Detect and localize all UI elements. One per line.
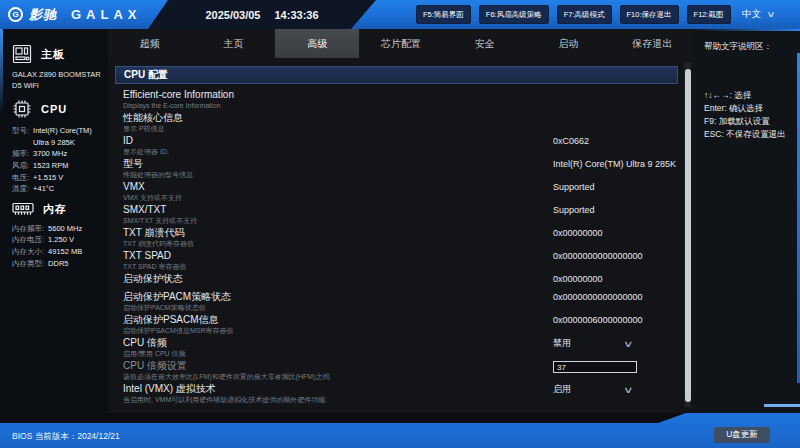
setting-description: SMX/TXT 支持或不支持 (123, 216, 678, 225)
tab-home[interactable]: 主页 (192, 29, 276, 58)
setting-value-area: Supported (553, 182, 685, 193)
brand-name-cn: 影驰 (29, 6, 57, 24)
help-panel: 帮助文字说明区： ↑↓←→: 选择Enter: 确认选择F9: 加载默认设置ES… (694, 29, 800, 413)
setting-value-area: 禁用 (553, 338, 685, 349)
bios-screen: G 影驰 GALAX 2025/03/05 14:33:36 F5:简易界面F6… (0, 0, 800, 448)
hardware-info-row: 电压:+1.515 V (12, 172, 102, 184)
dropdown-chevron-icon[interactable]: ∨ (623, 339, 634, 349)
dropdown-chevron-icon[interactable]: ∨ (623, 385, 634, 395)
setting-description: 显示处理器 ID. (123, 147, 678, 156)
setting-description: 显示 P核信息 (123, 124, 678, 133)
hardware-info-row: 内存频率:5600 MHz (12, 223, 102, 235)
info-key: 风扇: (12, 160, 29, 172)
fkey-button-f12[interactable]: F12:截图 (687, 5, 731, 24)
setting-description: Displays the E-core Information (123, 101, 678, 110)
setting-row[interactable]: 启动保护PSACM信息启动保护PSACM信息MSR寄存器值0x000000600… (115, 314, 678, 337)
setting-value[interactable]: 启用 (553, 384, 685, 395)
scrollbar-thumb[interactable] (685, 69, 691, 402)
function-key-bar: F5:简易界面F6:风扇高级策略F7:高级模式F10:保存退出F12:截图 (416, 5, 731, 24)
info-value: 1.250 V (48, 234, 74, 246)
fkey-button-f5[interactable]: F5:简易界面 (416, 5, 471, 24)
cpu-icon (12, 99, 32, 119)
setting-description: 启动保护PACM策略状态值 (123, 303, 678, 312)
setting-row[interactable]: 启动保护PACM策略状态启动保护PACM策略状态值0x0000000000000… (115, 291, 678, 314)
usb-update-button[interactable]: U盘更新 (714, 427, 770, 443)
setting-value-area: 0xC0662 (553, 136, 685, 147)
help-hint-line: ESC: 不保存设置退出 (704, 128, 794, 141)
setting-row[interactable]: CPU 倍频启用/禁用 CPU 倍频禁用∨ (115, 337, 678, 360)
setting-row[interactable]: CPU 倍频设置该值必须在最大效率比(LFM)和硬件设置的最大非睿频比(HFM)… (115, 360, 678, 383)
info-value: +1.515 V (33, 172, 63, 184)
help-title: 帮助文字说明区： (704, 41, 794, 53)
info-key: 内存频率: (12, 223, 44, 235)
setting-row[interactable]: Intel (VMX) 虚拟技术当启用时, VMM可以利用硬件辅助虚拟化技术提供… (115, 383, 678, 406)
setting-row[interactable]: ID显示处理器 ID.0xC0662 (115, 135, 678, 158)
cpu-info-list: 型号:Intel(R) Core(TM) Ultra 9 285K频率:3700… (12, 125, 102, 195)
setting-value: 0x00000000 (553, 274, 685, 285)
setting-value: 0x0000000000000000 (553, 292, 685, 303)
setting-title: 性能核心信息 (123, 112, 678, 124)
setting-row[interactable]: 性能核心信息显示 P核信息 (115, 112, 678, 135)
bios-version-value: 2024/12/21 (77, 431, 120, 441)
info-value: 3700 MHz (33, 148, 67, 160)
setting-value: Intel(R) Core(TM) Ultra 9 285K (553, 159, 685, 170)
corner-accent (764, 404, 800, 407)
setting-row[interactable]: 启动保护状态0x00000000 (115, 273, 678, 291)
fkey-button-f6[interactable]: F6:风扇高级策略 (479, 5, 549, 24)
setting-row[interactable]: TXT SPADTXT SPAD 寄存器值0x0000000000000000 (115, 250, 678, 273)
multiplier-input[interactable] (553, 361, 637, 373)
tab-security[interactable]: 安全 (443, 29, 527, 58)
topbar: G 影驰 GALAX 2025/03/05 14:33:36 F5:简易界面F6… (0, 0, 800, 29)
tab-advanced[interactable]: 高级 (275, 29, 359, 58)
setting-description: TXT 崩溃代码寄存器值 (123, 239, 678, 248)
hardware-info-row: 内存大小:49152 MB (12, 246, 102, 258)
setting-row[interactable]: SMX/TXTSMX/TXT 支持或不支持Supported (115, 204, 678, 227)
info-value: Intel(R) Core(TM) Ultra 9 285K (33, 125, 102, 148)
setting-row[interactable]: VMXVMX 支持或不支持Supported (115, 181, 678, 204)
fkey-button-f7[interactable]: F7:高级模式 (557, 5, 612, 24)
setting-row[interactable]: 型号性能处理器的型号信息Intel(R) Core(TM) Ultra 9 28… (115, 158, 678, 181)
galax-logo-icon: G (8, 7, 23, 22)
setting-description: 当启用时, VMM可以利用硬件辅助虚拟化技术提供的额外硬件功能. (123, 395, 678, 404)
setting-value-area: 启用 (553, 384, 685, 395)
brand-name-en: GALAX (71, 7, 142, 22)
setting-description: 启动保护PSACM信息MSR寄存器值 (123, 326, 678, 335)
help-hint-line: F9: 加载默认设置 (704, 115, 794, 128)
board-section-title: 主板 (41, 47, 65, 62)
language-selector[interactable]: 中文 ∨ (742, 0, 774, 29)
setting-value-area: Supported (553, 205, 685, 216)
hardware-sidebar: 主板 GALAX Z890 BOOMSTAR D5 WiFi CPU 型号:In… (0, 29, 108, 413)
setting-value-area: 0x00000000 (553, 274, 685, 285)
cpu-section-title: CPU (41, 103, 67, 115)
info-key: 温度: (12, 183, 29, 195)
info-value: 1523 RPM (33, 160, 68, 172)
ram-icon (12, 202, 34, 217)
tab-boot[interactable]: 启动 (527, 29, 611, 58)
fkey-button-f10[interactable]: F10:保存退出 (620, 5, 679, 24)
chevron-down-icon: ∨ (766, 10, 775, 19)
setting-value[interactable]: 禁用 (553, 338, 685, 349)
setting-value: 0x0000006000000000 (553, 315, 685, 326)
setting-value-area: 0x0000000000000000 (553, 292, 685, 303)
tab-overclock[interactable]: 超频 (108, 29, 192, 58)
memory-section-header: 内存 (12, 202, 102, 217)
bottom-bar: BIOS 当前版本：2024/12/21 U盘更新 (0, 413, 800, 448)
help-hint-line: Enter: 确认选择 (704, 102, 794, 115)
setting-row[interactable]: TXT 崩溃代码TXT 崩溃代码寄存器值0x00000000 (115, 227, 678, 250)
language-label: 中文 (742, 8, 761, 21)
info-key: 频率: (12, 148, 29, 160)
tab-save-exit[interactable]: 保存退出 (610, 29, 694, 58)
setting-row[interactable]: Efficient-core InformationDisplays the E… (115, 89, 678, 112)
time-label: 14:33:36 (275, 9, 319, 21)
scrollbar[interactable] (684, 62, 691, 407)
setting-value: 0xC0662 (553, 136, 685, 147)
bios-version: BIOS 当前版本：2024/12/21 (12, 431, 120, 443)
settings-panel: CPU 配置 Efficient-core InformationDisplay… (108, 58, 694, 413)
setting-value-area: 0x0000006000000000 (553, 315, 685, 326)
date-label: 2025/03/05 (205, 9, 260, 21)
info-key: 内存电压: (12, 234, 44, 246)
setting-value-area: 0x0000000000000000 (553, 251, 685, 262)
info-value: 5600 MHz (48, 223, 82, 235)
tab-chipset[interactable]: 芯片配置 (359, 29, 443, 58)
tab-bar: 超频主页高级芯片配置安全启动保存退出 (108, 29, 694, 58)
